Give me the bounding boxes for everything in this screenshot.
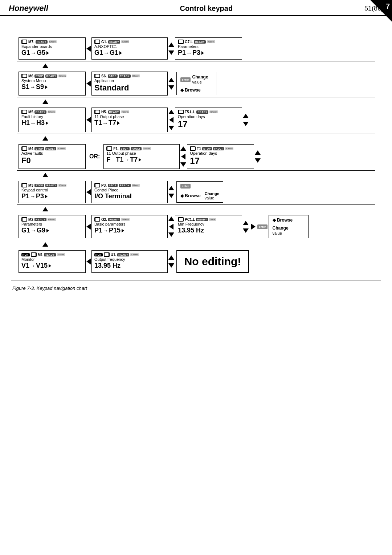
io-label: IOterm — [121, 40, 129, 43]
browse-label: ◆ Browse — [180, 193, 201, 198]
keypad-value: Standard — [94, 83, 165, 93]
keypad-id: G2. — [101, 218, 107, 222]
nav-left-up-down-6 — [168, 215, 175, 238]
keypad-value: G1→G1 — [94, 49, 165, 57]
keypad-label: Active faults — [21, 151, 83, 155]
keypad-fault-history: M5 READY IOterm Fault history H1→H3 — [19, 108, 86, 132]
io-label: IOterm — [207, 40, 215, 43]
up-connector-arrow — [42, 207, 48, 211]
keypad-id: T1 — [197, 147, 201, 151]
status-badge-stop: STOP — [34, 184, 44, 187]
keypad-id: M7. — [28, 40, 34, 44]
down-arrow — [168, 194, 174, 198]
small-right-arrow — [117, 121, 120, 125]
nav-left-arrow-5 — [86, 181, 91, 203]
keypad-id: M5 — [28, 110, 33, 114]
keypad-control-place: P3. STOP READY IOterm Control Place I/O … — [91, 181, 168, 203]
change-browse-panel-5: enter ◆ Browse Changevalue — [176, 181, 223, 203]
left-arrow — [169, 117, 173, 123]
keypad-output-phase-h: H5. READY IOterm 11 Output phase T1→T7 — [91, 108, 168, 132]
keypad-basic-parameters: G2. READY OPerm Basic parameters P1→P15 — [91, 215, 168, 238]
change-value-label: Changevalue — [205, 191, 219, 200]
left-arrow — [181, 154, 185, 159]
nav-up-down-6 — [242, 221, 249, 233]
nav-up-down-7 — [168, 250, 175, 273]
small-right-arrow — [46, 229, 49, 232]
keypad-value: T1→T7 — [94, 119, 165, 127]
keypad-label: Output frequency — [94, 257, 165, 262]
header: Honeywell Control keypad 51(86) — [0, 0, 392, 16]
status-badge-ready: READY — [108, 110, 120, 114]
keypad-id: P3. — [101, 183, 107, 187]
keypad-icon — [190, 146, 196, 151]
down-arrow — [168, 50, 174, 55]
vertical-connector-5 — [17, 205, 375, 214]
small-right-arrow — [139, 158, 141, 162]
keypad-icon — [21, 146, 27, 151]
enter-button-6[interactable]: enter — [257, 224, 268, 229]
nav-left-up-down — [168, 108, 175, 132]
keypad-label: A:NXOPTC1 — [94, 44, 165, 49]
io-label: IOterm — [121, 110, 129, 113]
left-arrow — [86, 46, 91, 52]
keypad-icon — [106, 146, 112, 151]
page-number: 7 — [386, 2, 390, 11]
nav-left-arrow — [86, 108, 91, 132]
io-label: IOterm — [209, 110, 217, 113]
browse-row: ◆ Browse — [273, 218, 305, 223]
status-badge-stop: STOP — [34, 74, 44, 78]
up-connector-arrow — [42, 173, 48, 177]
change-label: Changevalue — [273, 226, 289, 236]
status-badge-run: RUN — [21, 253, 30, 256]
row-fault-history: M5 READY IOterm Fault history H1→H3 H5. … — [17, 106, 375, 134]
left-arrow — [86, 117, 91, 123]
status-badge-stop: STOP — [108, 74, 118, 78]
change-browse-panel-6: ◆ Browse Changevalue — [269, 215, 309, 238]
small-right-arrow — [122, 229, 124, 232]
status-badge-stop: STOP — [202, 147, 212, 150]
keypad-parameters-g1g9: M2 READY OPerm Parameters G1→G9 — [19, 215, 86, 238]
keypad-value: V1→V15 — [21, 262, 83, 270]
vertical-connector-1 — [17, 61, 375, 70]
keypad-id: G1. — [101, 40, 107, 44]
keypad-value: F0 — [21, 156, 83, 165]
status-badge-ready: READY — [44, 253, 56, 256]
keypad-icon — [94, 217, 100, 222]
io-label: OPerm — [121, 218, 130, 221]
status-badge-run: RUN — [94, 253, 103, 256]
keypad-value: 13.95 Hz — [94, 262, 165, 270]
keypad-output-phase-f: F1. STOP FAULT IOterm 11 Output phase F … — [103, 144, 180, 169]
enter-button[interactable]: enter — [180, 184, 191, 189]
io-label: IOterm — [143, 147, 151, 150]
status-badge-fault: FAULT — [213, 147, 224, 150]
status-badge-fault: FAULT — [131, 147, 142, 150]
io-label: IOterm — [57, 147, 65, 150]
down-arrow — [180, 162, 186, 167]
up-arrow — [168, 186, 174, 190]
up-arrow — [255, 150, 261, 155]
up-arrow — [243, 114, 249, 118]
up-connector-arrow — [42, 100, 48, 104]
browse-row: ◆ Browse — [180, 88, 212, 93]
change-browse-panel: enter Changevalue ◆ Browse — [176, 72, 216, 95]
keypad-label: Monitor — [21, 257, 83, 262]
brand-logo: Honeywell — [9, 4, 48, 13]
navigation-chart: M7. READY IOterm Expander boards G1→G5 G… — [11, 27, 381, 280]
down-arrow — [168, 232, 174, 237]
keypad-label: 11 Output phase — [106, 151, 177, 155]
change-row: Changevalue — [273, 226, 305, 236]
keypad-icon — [31, 252, 37, 257]
browse-row: ◆ Browse Changevalue — [180, 191, 219, 200]
keypad-value: 17 — [178, 119, 239, 129]
status-badge: READY — [36, 40, 48, 44]
down-arrow — [243, 228, 249, 233]
keypad-id: U1. — [111, 253, 117, 257]
or-text: OR: — [89, 153, 100, 160]
small-right-arrow — [46, 51, 49, 55]
keypad-id: T5.L.L — [185, 110, 195, 114]
enter-button[interactable]: enter — [180, 77, 191, 82]
keypad-operation-days-4: T1 STOP FAULT IOterm Operation days 17 — [187, 144, 254, 169]
change-label: Changevalue — [192, 74, 208, 85]
keypad-value: 17 — [190, 156, 251, 166]
io-label: IOterm — [58, 184, 66, 187]
